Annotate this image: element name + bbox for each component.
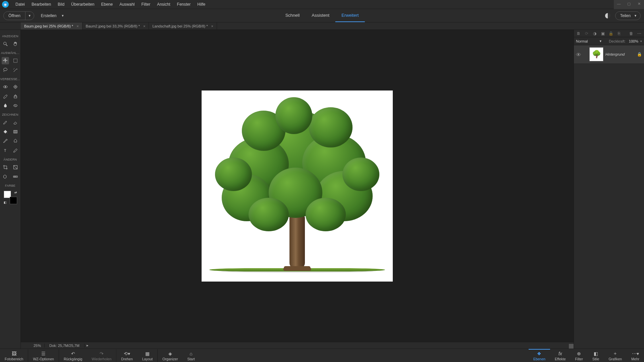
layers-tab-label: Ebenen [533, 357, 545, 361]
color-swatches[interactable]: ⇄ ◧ [4, 191, 17, 204]
maximize-button[interactable]: ▢ [624, 0, 634, 7]
smart-brush-tool-icon[interactable] [2, 93, 9, 100]
document-tab[interactable]: Landschaft.jpg bei 25% (RGB/8) * × [149, 22, 217, 29]
opacity-value[interactable]: 100% [629, 39, 638, 43]
layer-lock-icon[interactable]: 🔒 [608, 31, 613, 36]
eyedropper-tool-icon[interactable] [2, 137, 9, 145]
shape-tool-icon[interactable] [12, 137, 19, 145]
hand-tool-icon[interactable] [12, 40, 19, 48]
sponge-tool-icon[interactable] [12, 102, 19, 109]
eraser-tool-icon[interactable] [12, 119, 19, 126]
document-tab[interactable]: Baum2.jpeg bei 33,3% (RGB/8) * × [83, 22, 149, 29]
menu-layer[interactable]: Ebene [98, 0, 116, 9]
tab-close-icon[interactable]: × [143, 24, 145, 28]
more-tab-button[interactable]: ⋯▾Mehr [627, 349, 644, 362]
create-button[interactable]: Erstellen ▼ [41, 13, 64, 18]
zoom-tool-icon[interactable] [2, 40, 9, 48]
paintbucket-tool-icon[interactable] [2, 128, 9, 135]
marquee-tool-icon[interactable] [12, 57, 19, 64]
tab-close-icon[interactable]: × [76, 24, 78, 28]
layers-tab-button[interactable]: ❖Ebenen [529, 349, 550, 362]
new-group-icon[interactable]: ⟳ [584, 31, 589, 36]
photo-bin-button[interactable]: 🖼Fotobereich [0, 349, 28, 362]
redo-button[interactable]: ↷Wiederholen [87, 349, 116, 362]
menu-image[interactable]: Bild [54, 0, 68, 9]
menu-window[interactable]: Fenster [174, 0, 194, 9]
layout-label: Layout [142, 357, 153, 361]
adjustment-layer-icon[interactable]: ◑ [592, 31, 597, 36]
share-button[interactable]: Teilen ▼ [615, 11, 641, 20]
visibility-toggle-icon[interactable]: 👁 [576, 52, 581, 57]
layout-button[interactable]: ▦Layout [138, 349, 158, 362]
minimize-button[interactable]: — [614, 0, 624, 7]
text-tool-icon[interactable]: T [2, 147, 9, 154]
zoom-level[interactable]: 25% [28, 344, 44, 348]
undo-button[interactable]: ↶Rückgängig [59, 349, 87, 362]
straighten-tool-icon[interactable] [12, 173, 19, 180]
svg-point-11 [14, 105, 15, 106]
menu-filter[interactable]: Filter [138, 0, 154, 9]
background-color[interactable] [10, 197, 17, 204]
mode-guided[interactable]: Assistent [306, 9, 335, 22]
magic-wand-tool-icon[interactable] [12, 66, 19, 74]
open-button[interactable]: Öffnen ▼ [3, 11, 34, 20]
tool-group-modify: ÄNDERN [0, 158, 20, 161]
layer-thumbnail[interactable]: 🌳 [589, 47, 603, 61]
layer-lock-icon[interactable]: 🔒 [637, 52, 642, 57]
redeye-tool-icon[interactable] [2, 83, 9, 90]
lasso-tool-icon[interactable] [2, 66, 9, 74]
canvas[interactable] [202, 90, 393, 282]
styles-tab-button[interactable]: ◧Stile [588, 349, 604, 362]
crop-tool-icon[interactable] [2, 164, 9, 171]
delete-layer-icon[interactable]: 🗑 [629, 31, 634, 36]
pencil-tool-icon[interactable] [12, 147, 19, 154]
rotate-button[interactable]: ⟲▾Drehen [116, 349, 137, 362]
new-layer-icon[interactable]: 🗎 [576, 31, 581, 36]
organizer-icon: ◈ [168, 351, 172, 356]
menu-enhance[interactable]: Überarbeiten [68, 0, 98, 9]
layer-link-icon[interactable]: ⎘ [616, 31, 622, 36]
menu-file[interactable]: Datei [12, 0, 28, 9]
menu-edit[interactable]: Bearbeiten [28, 0, 54, 9]
scrollbar-corner[interactable] [569, 344, 574, 349]
canvas-viewport[interactable] [21, 30, 574, 342]
default-colors-icon[interactable]: ◧ [4, 201, 7, 204]
mode-quick[interactable]: Schnell [279, 9, 306, 22]
layer-row[interactable]: 👁 🌳 Hintergrund 🔒 [574, 45, 644, 63]
status-arrow-icon[interactable]: ▸ [85, 343, 91, 348]
chevron-down-icon[interactable]: ▾ [640, 40, 642, 43]
blend-mode-select[interactable]: Normal ▼ [576, 39, 602, 43]
tool-options-button[interactable]: ☰WZ-Optionen [28, 349, 59, 362]
filter-tab-button[interactable]: ⊕Filter [571, 349, 588, 362]
doc-size[interactable]: Dok: 25,7M/25,7M [44, 344, 85, 348]
recompose-tool-icon[interactable] [12, 164, 19, 171]
clone-stamp-tool-icon[interactable] [12, 93, 19, 100]
layer-mask-icon[interactable]: ▣ [600, 31, 605, 36]
layer-name[interactable]: Hintergrund [605, 52, 635, 56]
menu-select[interactable]: Auswahl [116, 0, 138, 9]
blur-tool-icon[interactable] [2, 102, 9, 109]
move-tool-icon[interactable] [2, 57, 9, 64]
panel-menu-icon[interactable]: ⋯ [637, 31, 642, 36]
layers-panel: 🗎 ⟳ ◑ ▣ 🔒 ⎘ 🗑 ⋯ Normal ▼ Deckkraft: 100%… [574, 30, 644, 349]
tab-close-icon[interactable]: × [211, 24, 213, 28]
home-button[interactable]: ⌂Start [182, 349, 199, 362]
theme-contrast-icon[interactable] [605, 13, 610, 18]
share-label: Teilen [620, 13, 631, 18]
menu-view[interactable]: Ansicht [154, 0, 173, 9]
graphics-tab-button[interactable]: ＋Grafiken [604, 349, 627, 362]
mode-expert[interactable]: Erweitert [335, 9, 365, 22]
brush-tool-icon[interactable] [2, 119, 9, 126]
gradient-tool-icon[interactable] [12, 128, 19, 135]
spot-heal-tool-icon[interactable] [12, 83, 19, 90]
menu-help[interactable]: Hilfe [194, 0, 209, 9]
swap-colors-icon[interactable]: ⇄ [14, 191, 17, 194]
close-window-button[interactable]: ✕ [634, 0, 644, 7]
document-tab[interactable]: Baum.jpeg bei 25% (RGB/8) * × [21, 22, 83, 29]
create-label: Erstellen [41, 13, 57, 18]
layer-link-slot[interactable] [583, 52, 587, 57]
content-aware-tool-icon[interactable] [2, 173, 9, 180]
organizer-button[interactable]: ◈Organizer [158, 349, 182, 362]
open-chevron-icon[interactable]: ▼ [25, 12, 34, 20]
effects-tab-button[interactable]: fxEffekte [550, 349, 571, 362]
